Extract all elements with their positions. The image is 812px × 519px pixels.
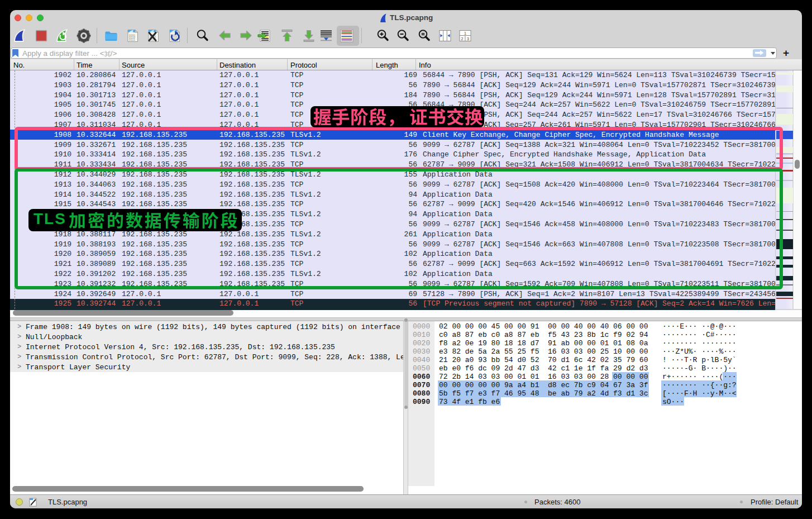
svg-text:2: 2 bbox=[461, 37, 464, 41]
svg-text:1: 1 bbox=[464, 31, 466, 35]
svg-text:3: 3 bbox=[467, 37, 469, 41]
svg-text:0111: 0111 bbox=[129, 39, 135, 41]
